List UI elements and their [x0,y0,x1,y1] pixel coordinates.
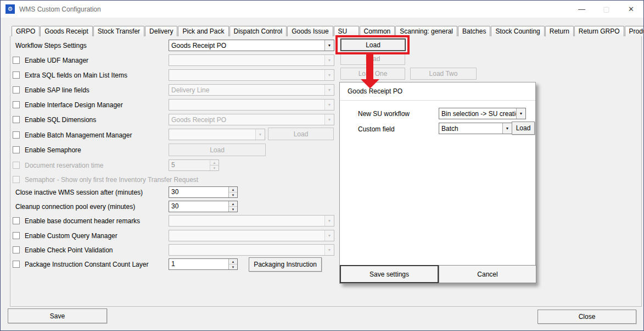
enable-batch-management-manager-combobox: ▼ [169,129,265,140]
package-instruction-constant-count-layer-spinner[interactable]: 1▲▼ [169,258,238,270]
cleanup-connection-pool-every-minutes-spinner-value: 30 [169,201,228,212]
extra-sql-fields-on-main-list-items-combobox: ▼ [169,69,334,81]
custom-field-combobox[interactable]: Batch ▼ [439,123,512,134]
spinner-up-icon[interactable]: ▲ [229,259,237,264]
enable-check-point-validation-label: Enable Check Point Validation [25,246,113,255]
spinner-up-icon[interactable]: ▲ [229,187,237,192]
cleanup-connection-pool-every-minutes-label: Cleanup connection pool every (minutes) [15,203,135,211]
enable-sap-line-fields-combobox-value: Delivery Line [169,86,324,94]
chevron-down-icon: ▼ [324,85,334,95]
chevron-down-icon[interactable]: ▼ [516,108,525,119]
new-su-workflow-label: New SU workflow [358,110,410,118]
spinner-up-icon[interactable]: ▲ [229,201,237,207]
tab-batches[interactable]: Batches [458,26,490,36]
enable-base-document-header-remarks-checkbox[interactable] [13,217,20,224]
enable-interface-design-manager-label: Enable Interface Design Manager [25,101,123,109]
tab-strip: GRPOGoods ReceiptStock TransferDeliveryP… [12,26,644,36]
enable-batch-management-manager-label: Enable Batch Management Manager [25,131,132,140]
enable-custom-query-manager-checkbox[interactable] [13,232,20,239]
spinner-down-icon: ▼ [210,166,219,170]
save-settings-button[interactable]: Save settings [340,265,439,283]
tab-dispatch-control[interactable]: Dispatch Control [229,26,287,36]
save-button[interactable]: Save [8,308,107,323]
title-bar: ⚙ WMS Custom Configuration — ▢ ✕ [1,1,643,18]
document-reservation-time-spinner-value: 5 [169,160,210,170]
enable-custom-query-manager-label: Enable Custom Query Manager [25,232,117,240]
enable-sap-line-fields-combobox: Delivery Line▼ [169,84,334,96]
close-inactive-wms-session-after-minutes-label: Close inactive WMS session after (minute… [15,189,143,197]
enable-check-point-validation-combobox: ▼ [169,244,334,256]
package-instruction-constant-count-layer-label: Package Instruction Constant Count Layer [25,261,148,269]
chevron-down-icon: ▼ [324,216,334,226]
workflow-steps-settings-label: Workflow Steps Settings [15,42,87,50]
tab-delivery[interactable]: Delivery [145,26,177,36]
annotation-arrow-head [361,79,379,89]
goods-receipt-po-dialog: Goods Receipt PO New SU workflow Bin sel… [339,82,536,284]
extra-sql-fields-on-main-list-items-label: Extra SQL fields on Main List Items [25,71,127,80]
package-instruction-constant-count-layer-checkbox[interactable] [13,261,20,268]
tab-goods-issue[interactable]: Goods Issue [287,26,333,36]
enable-udf-manager-checkbox[interactable] [13,57,20,64]
dialog-load-button[interactable]: Load [512,122,535,135]
tab-return-grpo[interactable]: Return GRPO [574,26,624,36]
enable-sap-line-fields-label: Enable SAP line fields [25,86,89,95]
spinner-down-icon[interactable]: ▼ [229,207,237,212]
cleanup-connection-pool-every-minutes-spinner[interactable]: 30▲▼ [169,201,238,212]
highlight-rectangle [335,35,410,54]
close-inactive-wms-session-after-minutes-spinner-value: 30 [169,187,228,197]
enable-udf-manager-label: Enable UDF Manager [25,57,88,65]
enable-base-document-header-remarks-combobox: ▼ [169,215,334,227]
window-title: WMS Custom Configuration [19,5,101,13]
enable-interface-design-manager-checkbox[interactable] [13,101,20,108]
maximize-button[interactable]: ▢ [594,1,619,18]
gears-icon: ⚙ [5,4,15,14]
chevron-down-icon: ▼ [324,55,334,65]
spinner-down-icon[interactable]: ▼ [229,264,237,269]
workflow-steps-settings-combobox-value: Goods Receipt PO [169,42,324,49]
enable-semaphore-load-button: Load [169,144,266,156]
document-reservation-time-spinner: 5▲▼ [169,159,219,171]
document-reservation-time-label: Document reservation time [25,162,103,170]
enable-sql-dimensions-checkbox[interactable] [13,116,20,123]
package-instruction-constant-count-layer-spinner-value: 1 [169,259,228,269]
tab-stock-transfer[interactable]: Stock Transfer [93,26,144,36]
chevron-down-icon: ▼ [324,245,334,255]
chevron-down-icon: ▼ [324,114,334,125]
enable-custom-query-manager-combobox: ▼ [169,230,334,241]
tab-stock-counting[interactable]: Stock Counting [491,26,544,36]
tab-grpo[interactable]: GRPO [12,26,40,36]
semaphor-show-only-first-free-inventory-transfer-request-label: Semaphor - Show only first free Inventor… [25,176,198,184]
annotation-arrow [366,53,373,80]
extra-sql-fields-on-main-list-items-checkbox[interactable] [13,71,20,79]
enable-sap-line-fields-checkbox[interactable] [13,86,20,93]
cancel-button[interactable]: Cancel [439,265,536,283]
close-button[interactable]: Close [537,310,636,324]
packaging-instruction-button[interactable]: Packaging Instruction [249,257,322,272]
wms-custom-configuration-window: ⚙ WMS Custom Configuration — ▢ ✕ GRPOGoo… [0,0,644,331]
spinner-down-icon[interactable]: ▼ [229,192,237,197]
enable-udf-manager-combobox: ▼ [169,54,334,66]
semaphor-show-only-first-free-inventory-transfer-request-checkbox [13,176,20,183]
enable-semaphore-label: Enable Semaphore [25,146,81,155]
tab-return[interactable]: Return [545,26,574,36]
minimize-button[interactable]: — [569,1,594,18]
new-su-workflow-combobox[interactable]: Bin selection -> SU creation ▼ [439,108,526,119]
close-window-button[interactable]: ✕ [619,1,643,18]
chevron-down-icon[interactable]: ▼ [502,123,512,134]
chevron-down-icon[interactable]: ▼ [324,40,334,51]
load-button: Load [268,128,334,140]
workflow-steps-settings-combobox[interactable]: Goods Receipt PO▼ [169,40,334,51]
custom-field-label: Custom field [358,125,395,133]
enable-sql-dimensions-combobox: Goods Receipt PO▼ [169,114,334,125]
tab-goods-receipt[interactable]: Goods Receipt [40,26,92,36]
chevron-down-icon: ▼ [324,70,334,80]
enable-check-point-validation-checkbox[interactable] [13,246,20,253]
enable-batch-management-manager-checkbox[interactable] [13,131,20,139]
chevron-down-icon: ▼ [324,230,334,241]
enable-semaphore-checkbox[interactable] [13,146,20,153]
close-inactive-wms-session-after-minutes-spinner[interactable]: 30▲▼ [169,186,238,198]
tab-production[interactable]: Production [625,26,644,36]
document-reservation-time-checkbox [13,162,20,169]
tab-pick-and-pack[interactable]: Pick and Pack [178,26,228,36]
chevron-down-icon: ▼ [324,100,334,110]
